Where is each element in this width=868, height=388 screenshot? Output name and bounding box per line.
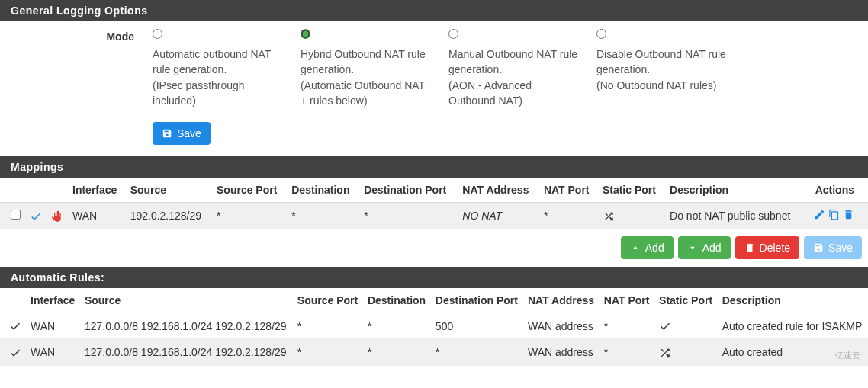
cell-source-port: *: [293, 313, 363, 339]
mode-radio-manual[interactable]: [448, 29, 458, 39]
save-order-label: Save: [828, 242, 853, 254]
th-static-port: Static Port: [598, 178, 665, 203]
cell-nat-port: *: [600, 339, 654, 365]
cell-source-port: *: [212, 203, 287, 229]
check-icon: [659, 320, 671, 332]
mode-radio-automatic[interactable]: [153, 29, 162, 39]
mode-option-title: Automatic outbound NAT rule generation.: [153, 48, 271, 75]
edit-icon[interactable]: [814, 209, 825, 220]
cell-destination: *: [363, 339, 431, 365]
cell-source: 192.0.2.128/29: [126, 203, 212, 229]
cell-static-port: [654, 313, 718, 339]
cell-destination: *: [363, 313, 431, 339]
mode-options: Automatic outbound NAT rule generation. …: [153, 29, 857, 108]
cell-destination-port: 500: [431, 313, 523, 339]
mode-option-sub: (Automatic Outbound NAT + rules below): [301, 79, 425, 107]
th-source-port: Source Port: [212, 178, 287, 203]
cell-static-port: [598, 203, 665, 229]
mode-radio-hybrid[interactable]: [301, 29, 310, 39]
mode-option-title: Hybrid Outbound NAT rule generation.: [301, 48, 426, 75]
cell-interface: WAN: [26, 313, 80, 339]
cell-interface: WAN: [26, 339, 80, 365]
check-icon: [9, 347, 21, 359]
th-source: Source: [126, 178, 212, 203]
watermark: 亿速云: [835, 350, 860, 361]
auto-rules-table: Interface Source Source Port Destination…: [0, 288, 868, 366]
th-source: Source: [80, 288, 293, 313]
shuffle-icon: [603, 210, 615, 223]
mappings-panel-header: Mappings: [0, 156, 868, 178]
copy-icon[interactable]: [828, 209, 840, 220]
th-destination: Destination: [287, 178, 359, 203]
mode-option-title: Disable Outbound NAT rule generation.: [596, 48, 726, 75]
save-icon: [813, 242, 824, 253]
add-top-button[interactable]: Add: [621, 236, 674, 259]
th-interface: Interface: [26, 288, 80, 313]
th-actions: Actions: [805, 178, 868, 203]
add-bottom-label: Add: [702, 242, 722, 254]
th-nat-address: NAT Address: [458, 178, 539, 203]
arrow-up-icon: [630, 242, 641, 253]
th-static-port: Static Port: [654, 288, 718, 313]
cell-destination-port: *: [431, 339, 523, 365]
table-row[interactable]: WAN 192.0.2.128/29 * * * NO NAT * Do not…: [0, 203, 868, 229]
save-order-button[interactable]: Save: [804, 236, 862, 259]
mode-radio-disable[interactable]: [596, 29, 606, 39]
cell-interface: WAN: [68, 203, 126, 229]
cell-nat-address: WAN address: [523, 313, 600, 339]
save-button[interactable]: Save: [153, 122, 211, 145]
trash-icon: [744, 242, 755, 253]
cell-static-port: [654, 339, 718, 365]
th-description: Description: [718, 288, 868, 313]
cell-nat-address: WAN address: [523, 339, 600, 365]
add-top-label: Add: [645, 242, 664, 254]
trash-icon[interactable]: [843, 209, 854, 220]
mode-option-sub: (No Outbound NAT rules): [596, 79, 716, 91]
mappings-table: Interface Source Source Port Destination…: [0, 178, 868, 229]
cell-description: Do not NAT public subnet: [665, 203, 805, 229]
mode-label: Mode: [11, 29, 153, 43]
cell-destination: *: [287, 203, 359, 229]
cell-destination-port: *: [359, 203, 458, 229]
save-icon: [162, 128, 172, 139]
th-destination: Destination: [363, 288, 431, 313]
th-nat-port: NAT Port: [539, 178, 598, 203]
cell-nat-address: NO NAT: [458, 203, 539, 229]
table-row: WAN 127.0.0.0/8 192.168.1.0/24 192.0.2.1…: [0, 339, 868, 365]
th-nat-address: NAT Address: [523, 288, 600, 313]
cell-nat-port: *: [600, 313, 654, 339]
th-destination-port: Destination Port: [359, 178, 458, 203]
shuffle-icon: [659, 347, 671, 359]
arrow-down-icon: [687, 242, 698, 253]
table-row: WAN 127.0.0.0/8 192.168.1.0/24 192.0.2.1…: [0, 313, 868, 339]
th-description: Description: [665, 178, 805, 203]
delete-button[interactable]: Delete: [735, 236, 799, 259]
cell-source: 127.0.0.0/8 192.168.1.0/24 192.0.2.128/2…: [80, 313, 293, 339]
check-icon: [30, 210, 42, 223]
mode-option-sub: (AON - Advanced Outbound NAT): [448, 79, 532, 107]
cell-nat-port: *: [539, 203, 598, 229]
cell-description: Auto created rule for ISAKMP: [718, 313, 868, 339]
delete-label: Delete: [760, 242, 790, 254]
check-icon: [9, 320, 21, 332]
th-destination-port: Destination Port: [431, 288, 523, 313]
th-nat-port: NAT Port: [600, 288, 654, 313]
th-source-port: Source Port: [293, 288, 363, 313]
general-panel-header: General Logging Options: [0, 0, 868, 21]
add-bottom-button[interactable]: Add: [678, 236, 731, 259]
mode-option-title: Manual Outbound NAT rule generation.: [448, 48, 577, 75]
auto-rules-panel-header: Automatic Rules:: [0, 267, 868, 288]
hand-stop-icon: [51, 210, 63, 223]
save-button-label: Save: [177, 127, 201, 139]
mode-option-sub: (IPsec passthrough included): [153, 79, 245, 107]
cell-source-port: *: [293, 339, 363, 365]
th-interface: Interface: [68, 178, 126, 203]
cell-source: 127.0.0.0/8 192.168.1.0/24 192.0.2.128/2…: [80, 339, 293, 365]
row-select-checkbox[interactable]: [11, 210, 21, 220]
